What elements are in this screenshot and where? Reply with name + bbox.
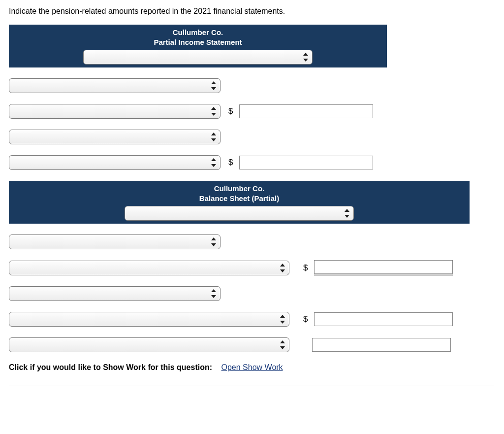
bs-row2-account-select[interactable] xyxy=(9,261,289,275)
income-statement-date-select[interactable] xyxy=(83,50,313,65)
bs-row4-amount-input[interactable] xyxy=(314,312,453,326)
income-statement-banner: Cullumber Co. Partial Income Statement xyxy=(9,25,387,67)
income-row2-account-select[interactable] xyxy=(9,104,220,119)
currency-symbol: $ xyxy=(228,158,237,167)
bs-row5-amount-input[interactable] xyxy=(312,338,451,352)
income-row3-account-select[interactable] xyxy=(9,130,220,144)
bs-row2-amount-input[interactable] xyxy=(314,260,453,274)
company-name-2: Cullumber Co. xyxy=(214,184,265,193)
currency-symbol: $ xyxy=(303,263,312,273)
bs-row5-account-select[interactable] xyxy=(9,337,289,352)
balance-sheet-date-select[interactable] xyxy=(125,206,354,221)
divider xyxy=(9,386,494,386)
statement-title-2: Balance Sheet (Partial) xyxy=(199,194,280,202)
income-row1-account-select[interactable] xyxy=(9,78,220,93)
bs-row3-account-select[interactable] xyxy=(9,286,220,301)
bs-row1-account-select[interactable] xyxy=(9,234,220,249)
income-row4-amount-input[interactable] xyxy=(239,156,373,169)
balance-sheet-banner: Cullumber Co. Balance Sheet (Partial) xyxy=(9,181,470,224)
double-underline-wrap xyxy=(314,260,453,275)
currency-symbol: $ xyxy=(228,106,237,116)
open-show-work-link[interactable]: Open Show Work xyxy=(221,363,283,371)
show-work-prompt: Click if you would like to Show Work for… xyxy=(9,363,212,371)
income-row2-amount-input[interactable] xyxy=(239,104,373,118)
company-name-1: Cullumber Co. xyxy=(173,28,223,36)
show-work-line: Click if you would like to Show Work for… xyxy=(9,363,495,372)
currency-symbol: $ xyxy=(303,314,312,324)
question-prompt: Indicate the pension-related amounts rep… xyxy=(9,7,495,16)
statement-title-1: Partial Income Statement xyxy=(154,38,242,46)
bs-row4-account-select[interactable] xyxy=(9,312,289,327)
income-row4-account-select[interactable] xyxy=(9,155,220,170)
